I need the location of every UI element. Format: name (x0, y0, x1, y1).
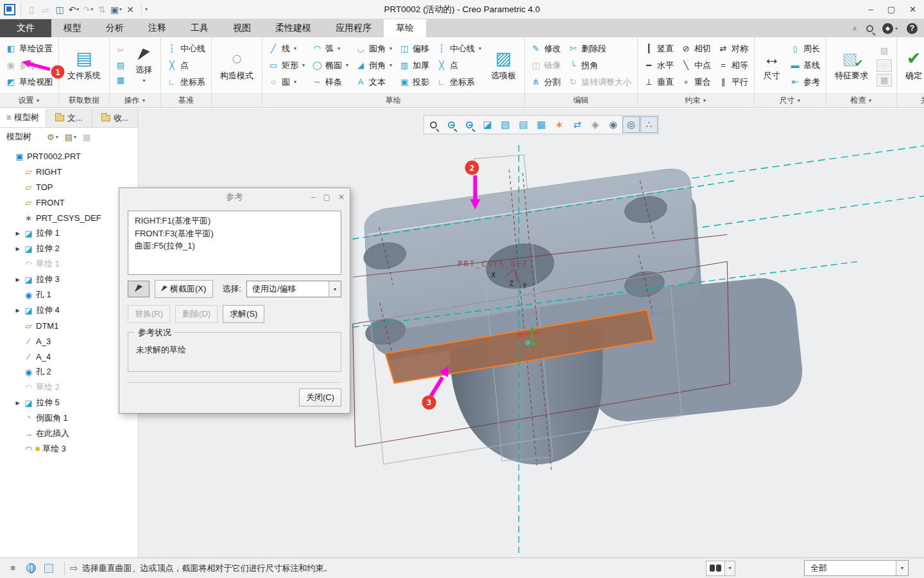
saved-orientations-icon[interactable]: ▤ (515, 116, 532, 133)
line-button[interactable]: ╱线▾ (267, 40, 306, 57)
spline-button[interactable]: ∼样条 (311, 74, 350, 90)
tree-item-sketch1[interactable]: ◠草绘 1 (0, 256, 138, 272)
tree-item-extrude2[interactable]: ▶◪拉伸 2 (0, 241, 138, 256)
replace-button[interactable]: 替换(R) (128, 305, 170, 323)
text-button[interactable]: A文本 (354, 74, 393, 90)
dialog-title-bar[interactable]: 参考 – ▢ ✕ (119, 188, 350, 206)
horizontal-constraint-button[interactable]: ━水平 (642, 57, 675, 73)
panel-tab-favorites[interactable]: 收... (92, 109, 138, 127)
tree-item-top[interactable]: ▱TOP (0, 179, 138, 195)
close-window-icon[interactable]: ✕ (124, 3, 137, 17)
tree-tools-button[interactable]: ⚙▾ (47, 132, 58, 142)
cross-section-button[interactable]: 横截面(X) (155, 280, 213, 298)
dialog-maximize-icon[interactable]: ▢ (323, 193, 330, 202)
windows-icon[interactable]: ▣▾ (110, 3, 123, 17)
regenerate-icon[interactable]: ⇅ (96, 3, 108, 17)
group-label-constrain[interactable]: 约束▼ (638, 93, 754, 107)
mirror-button[interactable]: ◫镜像 (529, 57, 562, 73)
coincident-constraint-button[interactable]: ∘重合 (680, 74, 712, 90)
centerline-button[interactable]: ┆中心线▾ (435, 40, 483, 57)
parallel-constraint-button[interactable]: ∥平行 (717, 74, 749, 90)
copy-icon[interactable]: ▤ (114, 59, 127, 72)
equal-constraint-button[interactable]: =相等 (717, 57, 749, 73)
tree-item-hole1[interactable]: ◉孔 1 (0, 287, 138, 302)
sketch-setup-button[interactable]: ◧草绘设置 (4, 40, 54, 57)
circle-button[interactable]: ○圆▾ (267, 74, 306, 90)
tab-annotate[interactable]: 注释 (136, 19, 178, 37)
tab-tools[interactable]: 工具 (178, 19, 221, 37)
reference-dim-button[interactable]: ⇤参考 (789, 74, 821, 90)
expand-arrow-icon[interactable]: ▶ (13, 400, 22, 406)
point-button[interactable]: ╳点 (435, 57, 483, 73)
tree-item-part[interactable]: ▣PRT0002.PRT (0, 148, 138, 164)
tab-sketch[interactable]: 草绘 (384, 19, 426, 37)
rotate-resize-button[interactable]: ↻旋转调整大小 (567, 74, 633, 90)
tangent-constraint-button[interactable]: ⊘相切 (680, 40, 712, 57)
sketch-display-icon[interactable]: ◉ (604, 116, 622, 133)
minimize-button[interactable]: – (869, 4, 873, 14)
full-screen-button[interactable] (41, 561, 56, 575)
reference-right[interactable]: RIGHT:F1(基准平面) (135, 215, 334, 227)
modify-button[interactable]: ✎修改 (529, 40, 562, 57)
restore-button[interactable]: ▢ (887, 4, 895, 14)
tree-item-csys[interactable]: ∗PRT_CSYS_DEF (0, 210, 138, 225)
references-dialog[interactable]: 参考 – ▢ ✕ RIGHT:F1(基准平面)FRONT:F3(基准平面)曲面:… (119, 188, 350, 414)
datum-display-icon[interactable]: ∗ (551, 116, 568, 133)
corner-button[interactable]: └拐角 (567, 57, 633, 73)
tree-item-extrude5[interactable]: ▶◪拉伸 5 (0, 395, 138, 410)
dialog-close-icon[interactable]: ✕ (338, 193, 345, 202)
repaint-icon[interactable]: ◪ (479, 116, 496, 133)
solve-button[interactable]: 求解(S) (223, 305, 264, 323)
expand-arrow-icon[interactable]: ▶ (13, 231, 22, 236)
graph-display-toggle-icon[interactable]: ∴ (640, 116, 658, 133)
tree-item-extrude1[interactable]: ▶◪拉伸 1 (0, 225, 138, 241)
ok-button[interactable]: ✔ 确定 (902, 49, 924, 82)
zoom-out-icon[interactable] (461, 116, 478, 133)
spin-center-icon[interactable]: ◈ (586, 116, 604, 133)
chamfer-button[interactable]: ◢倒角▾ (354, 57, 393, 73)
references-list[interactable]: RIGHT:F1(基准平面)FRONT:F3(基准平面)曲面:F5(拉伸_1) (128, 211, 341, 275)
baseline-button[interactable]: ▬基线 (789, 57, 821, 73)
selection-filter-dropdown[interactable]: 全部 ▾ (804, 560, 909, 576)
group-label-setup[interactable]: 设置▼ (0, 93, 58, 107)
paste-icon[interactable]: ▦ (114, 74, 127, 87)
panel-tab-folder-browser[interactable]: 文... (46, 109, 92, 127)
feature-requirements-button[interactable]: ▧✔ 特征要求 (831, 49, 872, 82)
expand-arrow-icon[interactable]: ▶ (13, 246, 22, 252)
tree-item-hole2[interactable]: ◉孔 2 (0, 364, 138, 380)
shade-closed-loops-icon[interactable]: ▩ (877, 74, 892, 87)
help-icon[interactable]: ? (907, 23, 918, 34)
reference-surface[interactable]: 曲面:F5(拉伸_1) (135, 240, 334, 252)
group-label-inspect[interactable]: 检查▼ (826, 93, 896, 107)
tab-analysis[interactable]: 分析 (94, 19, 136, 37)
tree-item-round1[interactable]: ◝倒圆角 1 (0, 410, 138, 426)
tree-item-a3[interactable]: ∕A_3 (0, 333, 138, 349)
palette-button[interactable]: ▨ 选项板 (487, 49, 520, 82)
view-manager-icon[interactable]: ▦ (533, 116, 550, 133)
highlight-open-ends-icon[interactable]: ◌ (877, 59, 892, 72)
delete-button[interactable]: 删除(D) (175, 305, 218, 323)
ellipse-button[interactable]: ◯椭圆▾ (311, 57, 350, 73)
group-label-operations[interactable]: 操作▼ (110, 93, 160, 107)
dimension-button[interactable]: ↔ 尺寸 (759, 49, 784, 82)
display-style-icon[interactable]: ▧ (497, 116, 514, 133)
midpoint-constraint-button[interactable]: ╲中点 (680, 57, 712, 73)
vertical-constraint-button[interactable]: ┃竖直 (642, 40, 675, 57)
tree-item-front[interactable]: ▱FRONT (0, 195, 138, 210)
reference-front[interactable]: FRONT:F3(基准平面) (135, 227, 334, 240)
close-button[interactable]: ✕ (909, 4, 916, 14)
group-label-dimension[interactable]: 尺寸▼ (755, 93, 826, 107)
annotation-display-icon[interactable]: ⇄ (569, 116, 586, 133)
sketch-view-button[interactable]: ◩草绘视图 (4, 74, 54, 90)
tree-filters-button[interactable]: ▤▾ (65, 132, 76, 142)
expand-arrow-icon[interactable]: ▶ (13, 308, 22, 313)
tree-item-sketch2[interactable]: ◠草绘 2 (0, 380, 138, 395)
open-file-icon[interactable]: ▱ (39, 3, 52, 17)
tab-view[interactable]: 视图 (221, 19, 263, 37)
browser-button[interactable] (23, 561, 38, 575)
offset-button[interactable]: ◫偏移 (398, 40, 431, 57)
panel-tab-model-tree[interactable]: ≡模型树 (0, 109, 46, 127)
cut-icon[interactable]: ✂ (114, 44, 127, 57)
tab-model[interactable]: 模型 (51, 19, 94, 37)
tree-item-sketch3[interactable]: ◠✱草绘 3 (0, 441, 138, 457)
